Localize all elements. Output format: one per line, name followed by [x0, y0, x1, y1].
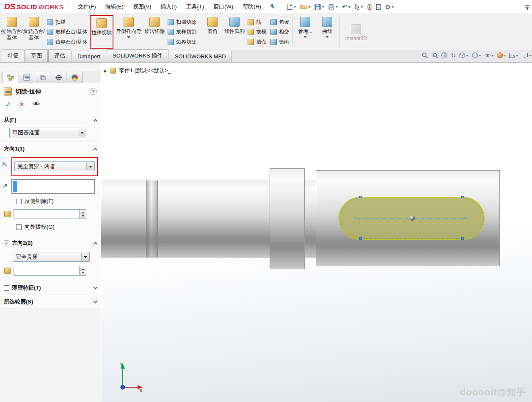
sketch-point[interactable] — [461, 196, 464, 198]
menu-window[interactable]: 窗口(W) — [209, 0, 238, 14]
tab-dimxpert[interactable]: DimXpert — [72, 51, 106, 62]
section-view-icon[interactable] — [441, 52, 448, 59]
tab-solidworks-mbd[interactable]: SOLIDWORKS MBD — [169, 51, 232, 62]
scene-dropdown-icon[interactable] — [516, 55, 518, 58]
property-manager-tab[interactable] — [19, 72, 34, 83]
direction2-checkbox[interactable]: ✓ — [4, 241, 9, 246]
rib-button[interactable]: 筋 — [248, 17, 266, 27]
select-dropdown-icon[interactable] — [361, 6, 363, 9]
cancel-button[interactable]: ✕ — [19, 101, 25, 108]
expand-chevron-icon[interactable] — [94, 299, 98, 303]
loft-cut-button[interactable]: 放样切割 — [168, 27, 196, 37]
tab-evaluate[interactable]: 评估 — [48, 49, 71, 62]
sketch-point[interactable] — [461, 237, 464, 240]
display-style-dropdown-icon[interactable] — [479, 55, 481, 58]
dropdown-arrow-icon[interactable] — [86, 162, 94, 170]
shaft-segment-left[interactable] — [101, 180, 270, 258]
hide-show-dropdown-icon[interactable] — [491, 55, 494, 58]
menu-insert[interactable]: 插入(I) — [156, 0, 181, 14]
save-button[interactable] — [313, 3, 325, 11]
view-settings-dropdown-icon[interactable] — [529, 55, 531, 58]
from-section-header[interactable]: 从(F) — [0, 113, 101, 127]
menu-edit[interactable]: 编辑(E) — [101, 0, 128, 14]
save-dropdown-icon[interactable] — [322, 6, 324, 9]
direction1-section-header[interactable]: 方向1(1) — [0, 142, 101, 156]
direction1-end-condition-select[interactable]: 完全贯穿 - 两者 — [14, 161, 95, 171]
rotate-view-icon[interactable]: ↻ — [451, 52, 456, 58]
draft-button[interactable]: 拔模 — [248, 27, 266, 37]
feature-tree-flyout[interactable]: ▶ 零件1 (默认<<默认>_... — [104, 67, 176, 74]
help-icon[interactable]: ? — [90, 88, 97, 95]
sketch-point[interactable] — [359, 237, 362, 240]
dropdown-arrow-icon[interactable] — [81, 253, 89, 261]
menu-file[interactable]: 文件(F) — [73, 0, 101, 14]
reverse-direction-icon[interactable]: ⇱ — [2, 161, 7, 167]
extrude-boss-button[interactable]: 拉伸凸台/基体 — [1, 15, 23, 49]
zoom-fit-icon[interactable] — [422, 52, 428, 59]
menu-help[interactable]: 帮助(H) — [238, 0, 266, 14]
expand-chevron-icon[interactable] — [94, 285, 98, 289]
curves-dropdown-icon[interactable] — [325, 36, 329, 40]
ok-button[interactable]: ✓ — [5, 100, 11, 109]
shaft-groove[interactable] — [146, 180, 158, 257]
apply-scene-icon[interactable] — [509, 52, 518, 59]
thin-feature-section-header[interactable]: 薄壁特征(T) — [0, 281, 101, 295]
select-button[interactable] — [353, 3, 364, 11]
direction2-end-condition-select[interactable]: 完全贯穿 — [13, 252, 90, 262]
dimxpert-manager-tab[interactable] — [51, 72, 66, 83]
revolve-boss-button[interactable]: 旋转凸台/基体 — [23, 15, 45, 49]
hole-wizard-dropdown-icon[interactable] — [127, 36, 130, 40]
from-select[interactable]: 草图基准面 — [9, 128, 86, 137]
shell-button[interactable]: 抽壳 — [248, 37, 266, 46]
direction1-reference-field[interactable]: ↗ — [11, 179, 95, 194]
thin-feature-checkbox[interactable] — [4, 285, 9, 291]
undo-button[interactable]: ↶ — [341, 3, 352, 11]
shaft-segment-middle[interactable] — [305, 180, 316, 258]
extrude-cut-button[interactable]: 拉伸切除 — [91, 16, 113, 48]
boundary-boss-button[interactable]: 边界凸台/基体 — [47, 37, 87, 46]
edit-appearance-icon[interactable] — [497, 52, 506, 58]
open-dropdown-icon[interactable] — [308, 6, 311, 9]
sketch-point[interactable] — [359, 196, 362, 198]
pin-menu-icon[interactable] — [269, 3, 275, 10]
options-button[interactable]: ⚙ — [384, 3, 395, 11]
flip-side-checkbox[interactable] — [16, 199, 22, 204]
view-orientation-dropdown-icon[interactable] — [466, 55, 469, 58]
loft-boss-button[interactable]: 放样凸台/基体 — [47, 27, 87, 37]
print-dropdown-icon[interactable] — [336, 6, 338, 9]
undo-dropdown-icon[interactable] — [348, 6, 351, 9]
view-settings-icon[interactable] — [521, 52, 531, 59]
file-properties-button[interactable] — [375, 3, 383, 11]
hole-wizard-button[interactable]: 异型孔向导 — [114, 15, 143, 49]
menu-tools[interactable]: 工具(T) — [182, 0, 209, 14]
show-preview-icon[interactable] — [32, 101, 40, 108]
reference-dropdown-icon[interactable] — [303, 36, 307, 40]
display-manager-tab[interactable] — [67, 72, 83, 83]
reference-geometry-button[interactable]: 参考... — [294, 15, 316, 49]
swept-boss-button[interactable]: 扫描 — [47, 17, 87, 27]
view-orientation-icon[interactable] — [459, 52, 469, 59]
direction2-depth-spinner[interactable] — [14, 266, 86, 276]
direction2-section-header[interactable]: ✓ 方向2(2) — [0, 236, 101, 250]
draft-outward-checkbox[interactable] — [16, 224, 22, 230]
wrap-button[interactable]: 包覆 — [270, 17, 289, 27]
intersect-button[interactable]: 相交 — [270, 27, 289, 37]
linear-pattern-button[interactable]: 线性阵列 — [223, 15, 245, 49]
open-button[interactable] — [299, 3, 312, 11]
feature-manager-tab[interactable] — [3, 72, 18, 83]
tab-features[interactable]: 特征 — [2, 49, 25, 62]
hide-show-items-icon[interactable] — [484, 52, 494, 59]
fillet-button[interactable]: 圆角 — [201, 15, 223, 49]
menu-view[interactable]: 视图(V) — [128, 0, 156, 14]
sketch-center-point[interactable] — [410, 216, 415, 221]
tab-sketch[interactable]: 草图 — [25, 49, 48, 62]
revolve-cut-button[interactable]: 旋转切除 — [143, 15, 165, 49]
configuration-manager-tab[interactable] — [35, 72, 50, 83]
shaft-collar[interactable] — [270, 168, 305, 269]
appearance-dropdown-icon[interactable] — [503, 55, 506, 58]
draft-angle-spinner[interactable] — [14, 209, 86, 219]
new-document-dropdown-icon[interactable] — [294, 6, 296, 9]
collapse-chevron-icon[interactable] — [94, 148, 98, 152]
print-button[interactable] — [327, 3, 339, 11]
swept-cut-button[interactable]: 扫描切除 — [168, 17, 196, 27]
